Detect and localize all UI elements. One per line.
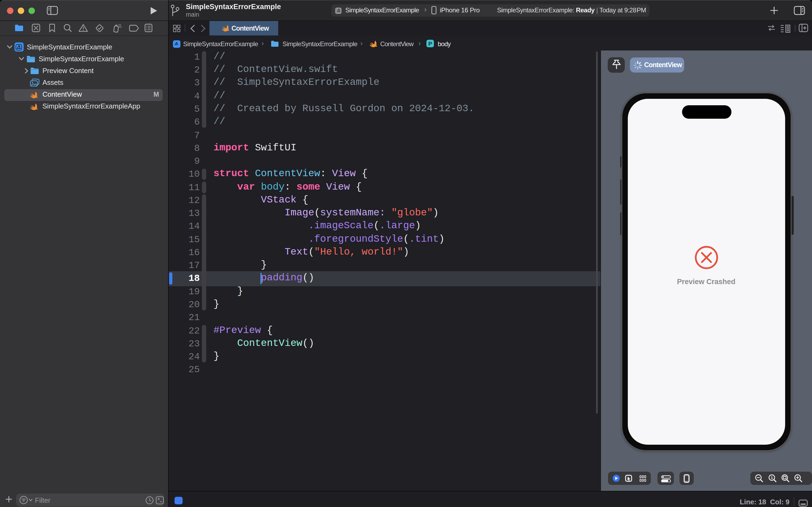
svg-text:1: 1 [771,475,773,480]
